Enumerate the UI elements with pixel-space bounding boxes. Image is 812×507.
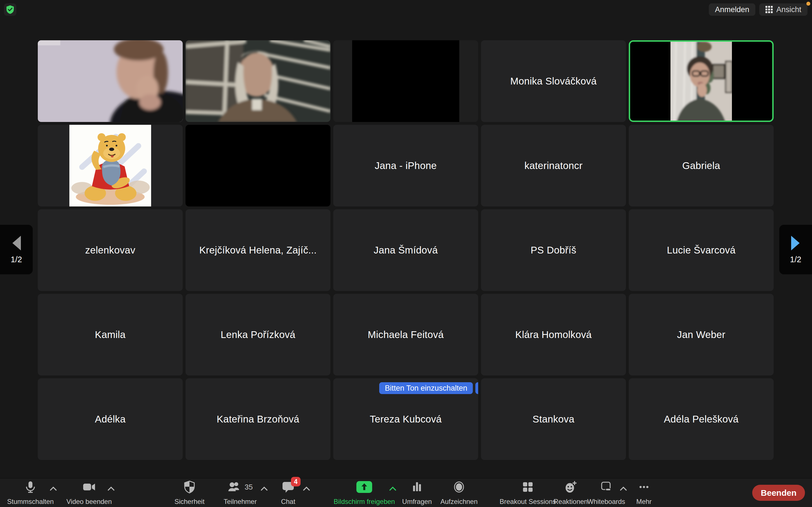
- participant-tile[interactable]: Jan Weber: [629, 294, 774, 376]
- participant-tile-video[interactable]: [186, 40, 331, 122]
- microphone-icon: [24, 480, 37, 494]
- page-indicator: 1/2: [11, 255, 22, 264]
- toolbar-video-button[interactable]: Video beenden: [52, 480, 126, 506]
- toolbar-more-button[interactable]: Mehr: [607, 480, 680, 506]
- video-camera-icon: [82, 480, 96, 494]
- participant-tile[interactable]: Adélka: [38, 378, 183, 460]
- participant-tile[interactable]: Lenka Pořízková: [186, 294, 331, 376]
- participant-tile-video[interactable]: [333, 40, 478, 122]
- view-button[interactable]: Ansicht: [759, 3, 808, 16]
- ask-unmute-button[interactable]: Bitten Ton einzuschalten: [379, 382, 473, 394]
- chat-options-caret-icon[interactable]: [303, 487, 310, 492]
- participant-tile[interactable]: Michaela Feitová: [333, 294, 478, 376]
- grid-2x2-icon: [522, 480, 534, 494]
- toolbar-record-button[interactable]: Aufzeichnen: [422, 480, 496, 506]
- zoom-meeting-window: Anmelden Ansicht: [0, 0, 812, 507]
- triangle-left-icon: [11, 235, 21, 251]
- record-circle-icon: [453, 480, 465, 494]
- end-meeting-button[interactable]: Beenden: [752, 485, 805, 501]
- participant-tile-active-speaker[interactable]: [629, 40, 774, 122]
- participant-tile[interactable]: Stankova: [481, 378, 626, 460]
- black-video-feed: [352, 40, 459, 122]
- participant-name: katerinatoncr: [524, 160, 582, 171]
- toolbar-label: Stummschalten: [7, 498, 54, 506]
- view-button-label: Ansicht: [776, 5, 801, 14]
- participant-name: Jana - iPhone: [375, 160, 437, 171]
- security-status-button[interactable]: [4, 3, 16, 16]
- participant-tile[interactable]: zelenkovav: [38, 209, 183, 291]
- participant-tile[interactable]: Monika Slováčková: [481, 40, 626, 122]
- toolbar-label: Chat: [281, 498, 296, 506]
- video-options-caret-icon[interactable]: [107, 487, 115, 492]
- participant-name: Monika Slováčková: [510, 75, 597, 87]
- participant-name: Michaela Feitová: [368, 329, 444, 340]
- toolbar-label: Video beenden: [66, 498, 112, 506]
- participant-name: zelenkovav: [85, 244, 135, 256]
- participant-tile[interactable]: Lucie Švarcová: [629, 209, 774, 291]
- participant-tile[interactable]: Jana - iPhone: [333, 125, 478, 207]
- participant-grid: Monika Slováčková: [38, 40, 774, 460]
- notification-dot: [806, 2, 810, 6]
- participant-tile[interactable]: Kamila: [38, 294, 183, 376]
- participant-name: Adéla Pelešková: [664, 413, 739, 425]
- video-woman-closeup: [38, 40, 183, 122]
- participant-name: PS Dobříš: [530, 244, 576, 256]
- chat-unread-badge: 4: [291, 477, 301, 487]
- participant-tile[interactable]: Krejčíková Helena, Zajíč...: [186, 209, 331, 291]
- meeting-toolbar: Stummschalten Video beenden: [0, 478, 812, 507]
- participant-name: Adélka: [95, 413, 126, 425]
- participant-name: Gabriela: [682, 160, 720, 171]
- signin-button[interactable]: Anmelden: [709, 3, 756, 16]
- shield-check-icon: [6, 5, 14, 14]
- previous-page-button[interactable]: 1/2: [0, 225, 33, 274]
- video-woman-glasses: [670, 42, 732, 122]
- share-screen-icon: [356, 480, 372, 494]
- ask-unmute-more-button[interactable]: …: [475, 382, 478, 394]
- participant-tile[interactable]: Klára Homolková: [481, 294, 626, 376]
- video-old-man-window: [186, 40, 331, 122]
- participant-tile-image[interactable]: [38, 125, 183, 207]
- participant-name: Jana Šmídová: [373, 244, 438, 256]
- participant-tile[interactable]: Adéla Pelešková: [629, 378, 774, 460]
- participant-name: Klára Homolková: [515, 329, 592, 340]
- participant-tile[interactable]: Jana Šmídová: [333, 209, 478, 291]
- participant-name: Stankova: [532, 413, 574, 425]
- shield-quadrant-icon: [184, 480, 195, 494]
- grid-view-icon: [765, 6, 773, 13]
- toolbar-chat-button[interactable]: 4 Chat: [252, 480, 325, 506]
- participant-name: Kateřina Brzoňová: [216, 413, 299, 425]
- bar-chart-icon: [411, 480, 423, 494]
- participant-tile[interactable]: PS Dobříš: [481, 209, 626, 291]
- ellipsis-icon: [638, 480, 650, 494]
- participant-tile-video[interactable]: [186, 125, 331, 207]
- participant-name: Jan Weber: [677, 329, 725, 340]
- next-page-button[interactable]: 1/2: [779, 225, 812, 274]
- toolbar-label: Mehr: [637, 498, 652, 506]
- toolbar-label: Aufzeichnen: [441, 498, 477, 506]
- toolbar-label: Sicherheit: [174, 498, 205, 506]
- participant-tile[interactable]: Bitten Ton einzuschalten … Tereza Kubcov…: [333, 378, 478, 460]
- participant-name: Krejčíková Helena, Zajíč...: [199, 244, 317, 256]
- people-icon: [228, 481, 242, 493]
- winnie-the-pooh-image: [69, 125, 151, 207]
- participant-tile[interactable]: katerinatoncr: [481, 125, 626, 207]
- chat-bubble-icon: 4: [282, 480, 294, 494]
- participant-name: Kamila: [95, 329, 126, 340]
- triangle-right-icon: [791, 235, 801, 251]
- participant-name: Tereza Kubcová: [370, 413, 442, 425]
- participant-tile-video[interactable]: [38, 40, 183, 122]
- participant-name: Lenka Pořízková: [220, 329, 295, 340]
- participant-tile[interactable]: Kateřina Brzoňová: [186, 378, 331, 460]
- page-indicator: 1/2: [790, 255, 801, 264]
- participant-name: Lucie Švarcová: [667, 244, 735, 256]
- participant-tile[interactable]: Gabriela: [629, 125, 774, 207]
